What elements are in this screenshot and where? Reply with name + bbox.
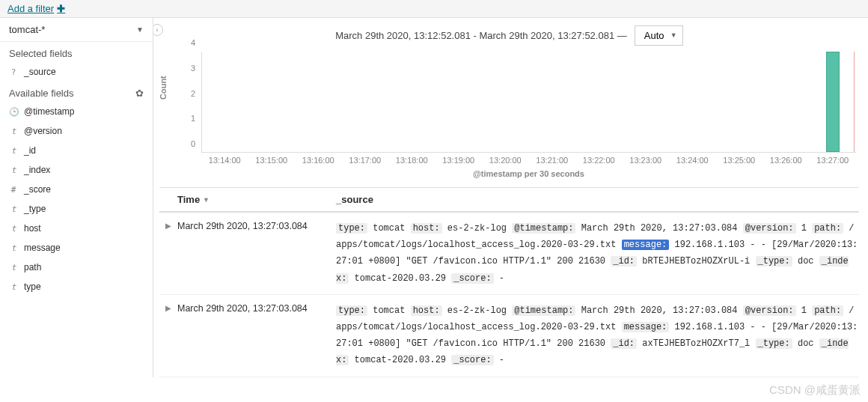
- selected-fields-label: Selected fields: [9, 48, 73, 59]
- field-name: path: [24, 262, 41, 272]
- x-tick: 13:27:00: [816, 156, 849, 165]
- field-type-icon: t: [9, 127, 18, 136]
- results-table: Time ▼ _source ▶March 29th 2020, 13:27:0…: [159, 187, 859, 377]
- field-type-icon: t: [9, 165, 18, 175]
- field-name: host: [24, 223, 41, 234]
- field-type-icon: t: [9, 224, 18, 234]
- field-name: _type: [24, 204, 46, 214]
- x-tick: 13:25:00: [723, 156, 755, 165]
- histogram-chart[interactable]: Count 01234 13:14:0013:15:0013:16:0013:1…: [167, 52, 859, 175]
- add-filter-label: Add a filter: [7, 3, 54, 14]
- time-range-text: March 29th 2020, 13:12:52.081 - March 29…: [335, 30, 627, 41]
- gear-icon[interactable]: ✿: [135, 88, 144, 99]
- column-source[interactable]: _source: [336, 194, 373, 205]
- index-pattern-select[interactable]: tomcat-* ▼: [0, 18, 153, 42]
- field-key: _id:: [611, 338, 637, 349]
- field-name: message: [24, 243, 61, 253]
- field-type-icon: t: [9, 146, 18, 156]
- table-row: ▶March 29th 2020, 13:27:03.084type: tomc…: [159, 213, 859, 295]
- filter-bar: Add a filter ✚: [0, 0, 868, 18]
- index-pattern-value: tomcat-*: [9, 24, 45, 35]
- x-tick: 13:22:00: [583, 156, 615, 165]
- sidebar: tomcat-* ▼ Selected fields ?_source Avai…: [0, 18, 153, 377]
- x-tick: 13:24:00: [676, 156, 709, 165]
- field-type-icon: t: [9, 282, 18, 292]
- time-end-marker: [854, 52, 855, 152]
- field-key: _score:: [451, 273, 493, 284]
- main-content: ‹ March 29th 2020, 13:12:52.081 - March …: [153, 18, 868, 377]
- field-key: @version:: [743, 305, 796, 316]
- x-tick: 13:23:00: [629, 156, 661, 165]
- field-name: _score: [24, 184, 51, 195]
- y-tick: 2: [191, 89, 195, 98]
- field-@version[interactable]: t@version: [0, 121, 153, 141]
- field-key: path:: [812, 223, 843, 234]
- field-name: @version: [24, 126, 62, 136]
- table-row: ▶March 29th 2020, 13:27:03.084type: tomc…: [159, 295, 859, 377]
- x-tick: 13:19:00: [442, 156, 474, 165]
- x-tick: 13:17:00: [349, 156, 381, 165]
- expand-row-toggle[interactable]: ▶: [159, 220, 177, 287]
- field-type-icon: t: [9, 204, 18, 214]
- field-key: _score:: [451, 355, 493, 365]
- field-_source[interactable]: ?_source: [0, 62, 153, 82]
- field-key: @version:: [743, 223, 796, 234]
- histogram-bar[interactable]: [826, 52, 840, 152]
- interval-select[interactable]: Auto: [635, 25, 683, 46]
- field-key: _id:: [611, 256, 637, 267]
- column-time-label: Time: [177, 194, 200, 205]
- x-tick: 13:18:00: [396, 156, 428, 165]
- row-time: March 29th 2020, 13:27:03.084: [177, 220, 336, 287]
- x-axis-label: @timestamp per 30 seconds: [201, 169, 856, 178]
- field-type[interactable]: ttype: [0, 277, 153, 296]
- column-time[interactable]: Time ▼: [177, 194, 336, 205]
- x-tick: 13:21:00: [536, 156, 568, 165]
- y-axis-label: Count: [159, 76, 168, 100]
- available-fields-label: Available fields: [9, 88, 73, 99]
- field-key: host:: [411, 223, 442, 234]
- time-range-bar: March 29th 2020, 13:12:52.081 - March 29…: [159, 25, 859, 46]
- field-host[interactable]: thost: [0, 219, 153, 238]
- row-source: type: tomcat host: es-2-zk-log @timestam…: [336, 302, 859, 369]
- plus-icon: ✚: [57, 3, 65, 14]
- y-tick: 4: [191, 38, 195, 47]
- field-_type[interactable]: t_type: [0, 199, 153, 219]
- field-type-icon: 🕒: [9, 107, 18, 117]
- field-message[interactable]: tmessage: [0, 238, 153, 258]
- row-time: March 29th 2020, 13:27:03.084: [177, 302, 336, 369]
- field-key: path:: [812, 305, 843, 316]
- y-tick: 1: [191, 114, 195, 123]
- table-header: Time ▼ _source: [159, 187, 859, 213]
- field-name: type: [24, 281, 41, 292]
- field-@timestamp[interactable]: 🕒@timestamp: [0, 102, 153, 121]
- x-tick: 13:26:00: [770, 156, 802, 165]
- field-name: _index: [24, 165, 50, 175]
- available-fields-header: Available fields ✿: [0, 82, 153, 102]
- field-_id[interactable]: t_id: [0, 141, 153, 160]
- expand-row-toggle[interactable]: ▶: [159, 302, 177, 369]
- field-type-icon: t: [9, 243, 18, 253]
- field-key: type:: [336, 305, 367, 316]
- field-type-icon: t: [9, 263, 18, 272]
- field-name: @timestamp: [24, 106, 75, 117]
- field-key: type:: [336, 223, 367, 234]
- field-key: _type:: [756, 338, 792, 349]
- field-key: message:: [622, 322, 670, 332]
- field-path[interactable]: tpath: [0, 258, 153, 277]
- add-filter-link[interactable]: Add a filter ✚: [7, 3, 65, 14]
- field-_index[interactable]: t_index: [0, 160, 153, 180]
- field-key: message:: [622, 240, 670, 250]
- field-type-icon: ?: [9, 67, 18, 77]
- y-tick: 3: [191, 64, 195, 73]
- x-tick: 13:16:00: [302, 156, 334, 165]
- field-key: @timestamp:: [512, 305, 575, 316]
- field-type-icon: #: [9, 185, 18, 195]
- row-source: type: tomcat host: es-2-zk-log @timestam…: [336, 220, 859, 287]
- caret-down-icon: ▼: [136, 25, 144, 34]
- sort-desc-icon: ▼: [203, 196, 210, 204]
- selected-fields-header: Selected fields: [0, 42, 153, 62]
- field-key: host:: [411, 305, 442, 316]
- field-_score[interactable]: #_score: [0, 180, 153, 199]
- field-key: @timestamp:: [512, 223, 575, 234]
- field-name: _source: [24, 67, 56, 77]
